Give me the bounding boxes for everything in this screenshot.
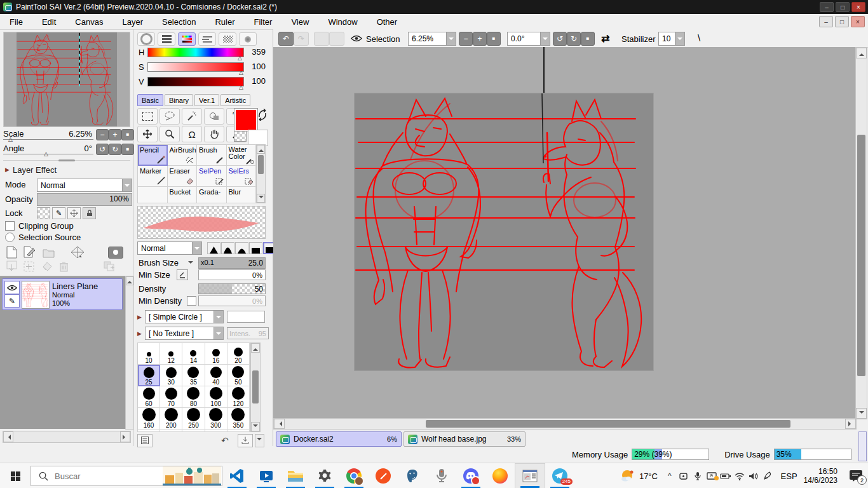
menu-edit[interactable]: Edit: [32, 15, 65, 29]
zoom-reset-button[interactable]: ■: [487, 32, 501, 46]
canvas-v-scrollbar[interactable]: [855, 47, 867, 419]
brush-grid-scrollbar[interactable]: [256, 144, 266, 203]
layer-mask-button[interactable]: [108, 247, 123, 259]
selection-visibility-icon[interactable]: [351, 35, 362, 42]
size-160[interactable]: 160: [138, 408, 160, 430]
scratchpad-button[interactable]: [239, 32, 257, 46]
brush-watercolor[interactable]: Water Color: [227, 145, 257, 166]
opacity-slider[interactable]: 100%: [37, 193, 132, 206]
saturation-marker-icon[interactable]: △: [239, 69, 243, 76]
brush-selers[interactable]: SelErs: [227, 166, 257, 187]
layer-draw-mode-toggle[interactable]: ✎: [4, 294, 20, 308]
lock-pixels-button[interactable]: ✎: [52, 207, 65, 219]
maximize-button[interactable]: □: [836, 2, 850, 12]
rgb-slider-button[interactable]: [158, 32, 175, 46]
swap-colors-icon[interactable]: [257, 108, 268, 121]
tray-battery-icon[interactable]: [719, 473, 733, 480]
tab-ver1[interactable]: Ver.1: [194, 94, 219, 106]
magic-wand-tool[interactable]: [182, 108, 202, 125]
view-angle-reset-button[interactable]: ■: [581, 32, 595, 46]
size-120[interactable]: 120: [227, 386, 250, 408]
left-h-scrollbar[interactable]: [3, 431, 131, 443]
tri-right-icon[interactable]: ▶: [137, 330, 142, 337]
tip-shape-spike[interactable]: [207, 242, 220, 254]
taskbar-recorder[interactable]: [427, 463, 456, 488]
size-next[interactable]: [138, 430, 160, 432]
tri-right-icon[interactable]: ▶: [137, 314, 142, 320]
flip-view-icon[interactable]: ⇄: [601, 32, 609, 44]
selection-undo-button[interactable]: [314, 32, 329, 46]
size-350[interactable]: 350: [227, 408, 250, 430]
layer-list-scrollbar[interactable]: [125, 276, 134, 430]
zoom-out-button[interactable]: −: [459, 32, 473, 46]
taskbar-vscode[interactable]: [222, 463, 252, 488]
lock-position-button[interactable]: [67, 207, 81, 219]
size-100[interactable]: 100: [205, 386, 227, 408]
tray-volume-icon[interactable]: [747, 472, 761, 480]
canvas-h-scrollbar[interactable]: [273, 418, 857, 430]
zoom-in-button[interactable]: +: [473, 32, 487, 46]
size-80[interactable]: 80: [182, 386, 205, 408]
menu-view[interactable]: View: [281, 15, 318, 29]
brush-selpen[interactable]: SelPen: [197, 166, 227, 187]
navigator-preview[interactable]: [17, 32, 117, 126]
brush-texture-select[interactable]: [ No Texture ]: [145, 327, 224, 340]
panel-divider[interactable]: [3, 160, 130, 161]
taskbar-movies[interactable]: [252, 463, 281, 488]
angle-marker-icon[interactable]: △: [44, 151, 48, 157]
saturation-slider[interactable]: [147, 62, 244, 72]
chevron-down-icon[interactable]: [446, 32, 456, 45]
redo-button[interactable]: ↷: [294, 32, 309, 46]
scale-marker-icon[interactable]: △: [8, 136, 13, 142]
menu-file[interactable]: File: [0, 15, 32, 29]
taskbar-paint-app[interactable]: [369, 463, 398, 488]
notification-center-button[interactable]: 2: [844, 463, 868, 488]
selection-source-radio[interactable]: [5, 233, 15, 242]
hsv-slider-button[interactable]: [178, 32, 196, 46]
scale-slider[interactable]: [3, 139, 93, 140]
shape-tool[interactable]: [204, 108, 224, 125]
selection-source-row[interactable]: Selection Source: [5, 233, 81, 242]
taskbar-explorer[interactable]: [281, 463, 310, 488]
menu-window[interactable]: Window: [318, 15, 367, 29]
size-10[interactable]: 10: [138, 343, 160, 365]
taskbar-weather[interactable]: 17°C: [615, 463, 663, 488]
scale-plus-button[interactable]: +: [109, 129, 121, 140]
taskbar-chrome[interactable]: [339, 463, 369, 488]
chevron-down-icon[interactable]: [214, 327, 223, 339]
tray-expand-icon[interactable]: ^: [663, 471, 677, 480]
size-25-selected[interactable]: 25: [138, 365, 160, 386]
value-slider[interactable]: [147, 77, 244, 86]
brush-eraser[interactable]: Eraser: [168, 166, 198, 187]
taskbar-sai-active[interactable]: [515, 463, 545, 488]
size-300[interactable]: 300: [205, 408, 227, 430]
brush-blend-select[interactable]: Normal: [137, 241, 202, 255]
tab-basic[interactable]: Basic: [137, 94, 163, 106]
chevron-down-icon[interactable]: [214, 311, 223, 323]
move-tool[interactable]: [137, 126, 158, 142]
undo-button[interactable]: ↶: [278, 32, 294, 46]
lock-transparency-button[interactable]: [37, 207, 50, 219]
size-50[interactable]: 50: [227, 365, 250, 386]
size-20[interactable]: 20: [227, 343, 250, 365]
menu-ruler[interactable]: Ruler: [205, 15, 244, 29]
brush-marker[interactable]: Marker: [138, 166, 168, 187]
hue-slider[interactable]: [147, 48, 244, 57]
size-next[interactable]: [227, 430, 250, 432]
canvas-workspace[interactable]: [273, 47, 855, 418]
chevron-down-icon[interactable]: [192, 242, 201, 254]
stabilizer-select[interactable]: 10: [658, 32, 685, 46]
save-preset-button[interactable]: [238, 434, 253, 447]
delete-layer-button[interactable]: [59, 261, 69, 272]
close-button[interactable]: ×: [851, 2, 865, 12]
size-30[interactable]: 30: [160, 365, 182, 386]
start-button[interactable]: [0, 463, 31, 488]
doc-minimize-button[interactable]: –: [819, 16, 833, 27]
perspective-ruler-button[interactable]: [70, 245, 85, 259]
hue-marker-icon[interactable]: △: [238, 55, 242, 61]
line-tool-icon[interactable]: \: [698, 32, 700, 43]
brush-airbrush[interactable]: AirBrush: [168, 145, 198, 166]
color-mixer-button[interactable]: [198, 32, 216, 46]
min-density-checkbox[interactable]: [187, 296, 196, 306]
tip-shape-square[interactable]: [249, 242, 262, 254]
